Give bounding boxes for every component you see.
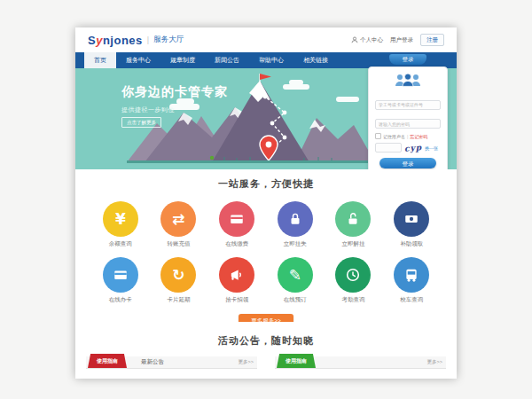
announcement-panel-1: 使用指南更多>>: [275, 356, 446, 369]
card-icon: [103, 257, 138, 293]
hero-cta-button[interactable]: 点击了解更多: [121, 117, 161, 128]
user-login-link[interactable]: 用户登录: [390, 36, 413, 44]
login-panel: 登录 记住用户名 | 忘记密码: [368, 54, 448, 176]
nav-item-5[interactable]: 相关链接: [293, 52, 338, 68]
remember-checkbox[interactable]: [375, 133, 381, 139]
logo-divider: |: [147, 35, 149, 44]
unlock-icon: [335, 201, 371, 237]
login-button[interactable]: 登录: [379, 158, 436, 168]
user-login-label: 用户登录: [390, 36, 413, 44]
service-item[interactable]: 考勤查询: [325, 257, 383, 304]
hero-subtitle: 提供捷径一步到位: [121, 106, 175, 114]
lock-icon: [278, 201, 313, 237]
panel-more-link[interactable]: 更多>>: [239, 359, 254, 365]
remember-label: 记住用户名: [383, 134, 405, 139]
divider: |: [407, 134, 408, 139]
service-label: 补助领取: [382, 240, 441, 248]
refresh-icon: ↻: [160, 257, 196, 293]
user-center-link[interactable]: 个人中心: [351, 36, 383, 44]
service-label: 在线缴费: [207, 240, 266, 248]
nav-item-1[interactable]: 服务中心: [116, 52, 160, 68]
services-title: 一站服务，方便快捷: [75, 177, 457, 191]
pencil-icon: ✎: [278, 257, 313, 293]
announcement-panel-0: 使用指南最新公告更多>>: [86, 356, 257, 369]
megaphone-icon: [219, 257, 254, 293]
panel-ribbon-tab[interactable]: 使用指南: [88, 354, 127, 368]
bus-icon: [394, 257, 429, 293]
login-tab[interactable]: 登录: [389, 54, 426, 65]
hero-title: 你身边的卡管专家: [121, 84, 228, 100]
service-item[interactable]: ¥余额查询: [91, 201, 150, 248]
service-item[interactable]: ✎在线预订: [266, 257, 325, 304]
service-label: 拾卡招领: [207, 296, 266, 304]
nav-item-3[interactable]: 新闻公告: [205, 52, 249, 68]
service-item[interactable]: 拾卡招领: [207, 257, 266, 304]
announcements-title: 活动公告，随时知晓: [75, 334, 457, 348]
clock-icon: [335, 257, 371, 293]
service-label: 立即解挂: [325, 240, 383, 248]
logo[interactable]: Synjones | 服务大厅: [88, 34, 184, 47]
service-label: 校车查询: [382, 296, 441, 304]
nav-item-4[interactable]: 帮助中心: [249, 52, 293, 68]
service-item[interactable]: 立即解挂: [325, 201, 383, 248]
service-item[interactable]: ⇄转账充值: [150, 201, 208, 248]
service-label: 立即挂失: [266, 240, 325, 248]
panel-more-link[interactable]: 更多>>: [427, 359, 442, 365]
top-header: Synjones | 服务大厅 个人中心 用户登录 注册: [75, 27, 457, 52]
yen-icon: ¥: [103, 201, 138, 237]
service-label: 转账充值: [150, 240, 208, 248]
username-input[interactable]: [375, 100, 441, 110]
person-icon: [351, 36, 358, 43]
portal-name: 服务大厅: [153, 35, 184, 45]
captcha-input[interactable]: [375, 143, 402, 153]
register-button[interactable]: 注册: [420, 34, 444, 46]
forgot-password-link[interactable]: 忘记密码: [410, 134, 427, 139]
services-section: 一站服务，方便快捷 ¥余额查询⇄转账充值在线缴费立即挂失立即解挂补助领取在线办卡…: [75, 169, 457, 322]
service-label: 考勤查询: [325, 296, 383, 304]
captcha-refresh-link[interactable]: 换一张: [425, 145, 438, 151]
page: Synjones | 服务大厅 个人中心 用户登录 注册 首页服务中心规章制度新…: [75, 27, 457, 379]
captcha-image[interactable]: cyp: [404, 143, 423, 153]
banknote-icon: [394, 201, 429, 237]
nav-item-0[interactable]: 首页: [84, 52, 116, 68]
logo-text: Synjones: [88, 34, 143, 47]
transfer-icon: ⇄: [160, 201, 196, 237]
service-item[interactable]: 在线缴费: [207, 201, 266, 248]
panel-tab[interactable]: 最新公告: [141, 358, 164, 366]
password-input[interactable]: [375, 119, 441, 129]
user-center-label: 个人中心: [360, 36, 383, 44]
announcement-panels: 使用指南最新公告更多>>使用指南更多>>: [86, 356, 446, 369]
announcements-section: 活动公告，随时知晓 使用指南最新公告更多>>使用指南更多>>: [75, 322, 457, 379]
service-item[interactable]: 补助领取: [382, 201, 441, 248]
header-links: 个人中心 用户登录 注册: [351, 34, 444, 46]
service-item[interactable]: 立即挂失: [266, 201, 325, 248]
service-label: 在线办卡: [91, 296, 150, 304]
service-item[interactable]: ↻卡片延期: [150, 257, 208, 304]
service-item[interactable]: 在线办卡: [91, 257, 150, 304]
service-item[interactable]: 校车查询: [382, 257, 441, 304]
services-grid: ¥余额查询⇄转账充值在线缴费立即挂失立即解挂补助领取在线办卡↻卡片延期拾卡招领✎…: [91, 201, 441, 304]
service-label: 卡片延期: [150, 296, 208, 304]
service-label: 在线预订: [266, 296, 325, 304]
panel-ribbon-tab[interactable]: 使用指南: [277, 354, 316, 368]
users-icon: [375, 73, 441, 90]
nav-item-2[interactable]: 规章制度: [160, 52, 205, 68]
service-label: 余额查询: [91, 240, 150, 248]
card-icon: [219, 201, 254, 237]
